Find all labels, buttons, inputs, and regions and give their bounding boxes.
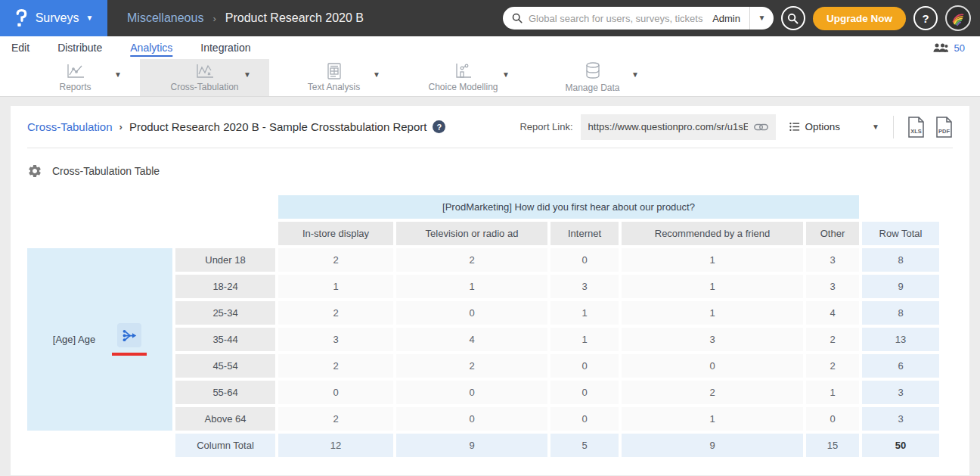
search-scope-dropdown[interactable]: ▼ [749, 7, 774, 30]
combine-arrow-icon [122, 328, 138, 344]
data-cell: 2 [396, 354, 547, 378]
user-avatar[interactable] [945, 5, 971, 31]
export-pdf-button[interactable]: PDF [935, 117, 953, 138]
search-scope-value[interactable]: Admin [703, 13, 749, 24]
data-cell: 2 [278, 248, 393, 272]
data-cell: 1 [806, 381, 859, 404]
feather-icon [950, 10, 966, 26]
data-cell: 2 [278, 301, 393, 325]
data-cell: 3 [622, 328, 803, 351]
data-cell: 0 [396, 381, 547, 404]
global-search-input[interactable]: Global search for users, surveys, ticket… [503, 7, 774, 30]
data-cell: 2 [806, 354, 859, 378]
data-cell: 2 [278, 407, 393, 431]
report-link-field[interactable]: https://www.questionpro.com/sr/u1sEo [581, 114, 776, 140]
product-switcher[interactable]: Surveys ▼ [0, 0, 107, 36]
chevron-down-icon[interactable]: ▼ [872, 123, 879, 131]
report-header: Cross-Tabulation › Product Research 2020… [27, 106, 953, 148]
row-dimension-cell: [Age] Age [27, 248, 172, 431]
report-help-icon[interactable]: ? [433, 120, 445, 133]
toolbar-item-text-analysis[interactable]: Text Analysis ▼ [269, 59, 399, 96]
chevron-down-icon[interactable]: ▼ [114, 71, 122, 79]
combine-button[interactable] [117, 323, 141, 347]
data-cell: 0 [622, 354, 803, 378]
xls-file-icon: XLS [907, 117, 925, 138]
tab-analytics[interactable]: Analytics [130, 42, 172, 54]
content-card: Cross-Tabulation › Product Research 2020… [11, 106, 969, 475]
data-cell: 1 [396, 275, 547, 298]
page-body: Cross-Tabulation › Product Research 2020… [0, 97, 980, 475]
export-xls-button[interactable]: XLS [907, 117, 925, 138]
gear-icon[interactable] [27, 163, 42, 179]
row-total-cell: 3 [862, 407, 939, 431]
crosstab-breadcrumb-link[interactable]: Cross-Tabulation [27, 120, 113, 133]
chevron-down-icon[interactable]: ▼ [373, 71, 380, 79]
data-cell: 0 [550, 248, 619, 272]
options-button[interactable]: Options [789, 121, 841, 132]
reports-chart-icon [66, 64, 85, 79]
red-underline [112, 353, 147, 356]
toolbar-item-reports[interactable]: Reports ▼ [11, 59, 140, 96]
column-total-row: Column Total129591550 [27, 434, 939, 457]
link-icon[interactable] [754, 122, 768, 132]
column-header: Recommended by a friend [622, 222, 803, 245]
spacer-cell [27, 222, 275, 245]
toolbar-item-label: Reports [59, 82, 91, 92]
row-total-cell: 6 [862, 354, 939, 378]
upgrade-now-button[interactable]: Upgrade Now [813, 7, 906, 30]
report-title: Product Research 2020 B - Sample Crossta… [129, 120, 427, 133]
audience-icon [933, 42, 948, 53]
search-button[interactable] [781, 6, 805, 30]
data-cell: 0 [550, 407, 619, 431]
column-header: In-store display [278, 222, 393, 245]
data-cell: 4 [806, 301, 859, 325]
chevron-down-icon[interactable]: ▼ [631, 71, 639, 79]
responses-count-value: 50 [954, 42, 965, 54]
svg-text:PDF: PDF [938, 128, 950, 135]
data-cell: 2 [622, 381, 803, 404]
row-header: 18-24 [175, 275, 275, 298]
row-dimension-label: [Age] Age [53, 334, 95, 345]
section-header: Cross-Tabulation Table [27, 163, 953, 179]
column-total-cell: 15 [806, 434, 859, 457]
cross-tabulation-chart-icon [195, 64, 215, 79]
report-actions: Report Link: https://www.questionpro.com… [519, 114, 953, 140]
data-cell: 1 [622, 275, 803, 298]
data-cell: 1 [550, 301, 619, 325]
tab-distribute[interactable]: Distribute [57, 42, 102, 54]
column-total-cell: 12 [278, 434, 393, 457]
chevron-down-icon[interactable]: ▼ [502, 71, 510, 79]
toolbar-item-choice-modelling[interactable]: Choice Modelling ▼ [399, 59, 528, 96]
database-icon [585, 62, 601, 80]
breadcrumb-folder[interactable]: Miscellaneous [127, 11, 203, 25]
banner-question: [ProdMarketing] How did you first hear a… [278, 195, 859, 219]
column-total-cell: 5 [550, 434, 619, 457]
survey-nav: Edit Distribute Analytics Integration 50 [0, 36, 980, 59]
report-link-url[interactable]: https://www.questionpro.com/sr/u1sEo [588, 121, 748, 132]
options-label: Options [805, 121, 841, 132]
row-header: Under 18 [175, 248, 275, 272]
toolbar-item-manage-data[interactable]: Manage Data ▼ [528, 59, 657, 96]
row-header: 35-44 [175, 328, 275, 351]
toolbar-item-label: Choice Modelling [428, 82, 498, 92]
column-total-cell: 9 [396, 434, 547, 457]
row-total-cell: 3 [862, 381, 939, 404]
top-bar: Surveys ▼ Miscellaneous › Product Resear… [0, 0, 980, 36]
data-cell: 1 [550, 328, 619, 351]
grand-total-cell: 50 [862, 434, 939, 457]
row-header: 25-34 [175, 301, 275, 325]
column-header: Other [806, 222, 859, 245]
data-cell: 4 [396, 328, 547, 351]
toolbar-item-cross-tabulation[interactable]: Cross-Tabulation ▼ [140, 59, 269, 96]
tab-integration[interactable]: Integration [200, 42, 250, 54]
divider [893, 116, 894, 138]
chevron-down-icon[interactable]: ▼ [243, 71, 251, 79]
tab-edit[interactable]: Edit [11, 42, 29, 54]
responses-count[interactable]: 50 [933, 42, 965, 54]
data-cell: 1 [278, 275, 393, 298]
help-button[interactable]: ? [913, 6, 938, 30]
topbar-actions: Global search for users, surveys, ticket… [503, 5, 980, 31]
brand-label: Surveys [36, 11, 79, 25]
data-cell: 1 [622, 301, 803, 325]
row-header: Above 64 [175, 407, 275, 431]
